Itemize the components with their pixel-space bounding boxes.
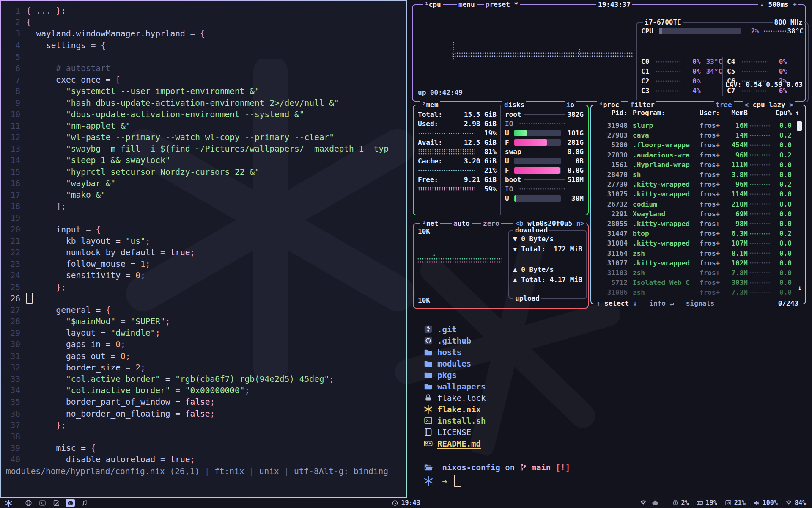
editor-line[interactable]: 15 "hyprctl setcursor Nordzy-cursors 22 … — [1, 166, 406, 178]
proc-table-header[interactable]: Pid: Program: User: MemB Cpu% ↑ — [595, 109, 802, 117]
editor-line[interactable]: 25 }; — [1, 282, 406, 293]
wifi-icon[interactable] — [640, 500, 647, 506]
editor-line[interactable]: 10 "dbus-update-activation-environment -… — [1, 109, 406, 120]
proc-sort-selector[interactable]: < cpu lazy > — [743, 100, 795, 110]
editor-line[interactable]: 24 sensitivity = 0; — [1, 270, 406, 281]
btop-mem-box[interactable]: ²mem disks io Total:15.5 GiBUsed:2.98 Gi… — [413, 105, 589, 215]
process-row[interactable]: 1561.Hyprland-wrapfros+111M0.0 — [595, 160, 802, 170]
process-row[interactable]: 28470shfros+3.8M0.0 — [595, 170, 802, 179]
ram-module[interactable]: 19% — [697, 499, 717, 507]
process-row[interactable]: 31075.kitty-wrappedfros+114M0.0 — [595, 189, 802, 199]
editor-line[interactable]: 40 disable_autoreload = true; — [1, 454, 406, 465]
cpu-box-title[interactable]: ¹cpu — [423, 0, 443, 9]
editor-line[interactable]: 23 follow_mouse = 1; — [1, 258, 406, 270]
menu-button[interactable]: menu — [457, 0, 477, 9]
mem-box-title[interactable]: ²mem — [420, 100, 440, 110]
editor-line[interactable]: 13 "swaybg -m fill -i $(find ~/Pictures/… — [1, 143, 406, 155]
editor-line[interactable]: 31 gaps_out = 0; — [1, 351, 406, 362]
process-row[interactable]: 26732codiumfros+210M0.0 — [595, 199, 802, 209]
editor-line[interactable]: 18 ]; — [1, 201, 406, 212]
editor-line[interactable]: 38 — [1, 431, 406, 442]
proc-filter-button[interactable]: filter — [628, 100, 656, 110]
btop-net-box[interactable]: ³net auto zero <b wlp0s20f0u5 n> 10K 10K… — [413, 223, 589, 309]
btop-cpu-box[interactable]: ¹cpu menu preset * 19:43:37 - 500ms + i7… — [412, 4, 806, 102]
taskbar-app-notes[interactable] — [52, 499, 61, 507]
nixos-launcher-icon[interactable] — [5, 500, 12, 507]
net-zero-toggle[interactable]: zero — [481, 219, 501, 228]
process-row[interactable]: 31103zshfros+7.8M0.0 — [595, 268, 802, 278]
editor-line[interactable]: 29 layout = "dwindle"; — [1, 327, 406, 339]
process-row[interactable]: 31948slurpfros+16M0.0 — [595, 121, 802, 130]
editor-line[interactable]: 14 "sleep 1 && swaylock" — [1, 155, 406, 166]
editor-line[interactable]: 21 kb_layout = "us"; — [1, 235, 406, 247]
io-mode-toggle[interactable]: io — [565, 100, 576, 110]
editor-line[interactable]: 32 border_size = 2; — [1, 362, 406, 373]
editor-line[interactable]: 17 "mako &" — [1, 189, 406, 201]
proc-scrollbar-thumb[interactable] — [797, 121, 802, 131]
taskbar-app-discord[interactable] — [66, 499, 75, 507]
editor-line[interactable]: 20 input = { — [1, 224, 406, 235]
terminal-window[interactable]: .git.githubhostsmodulespkgswallpapersfla… — [407, 317, 812, 498]
volume-module[interactable]: 100% — [753, 499, 778, 507]
editor-line[interactable]: 2{ — [1, 17, 406, 28]
disk-module[interactable]: 21% — [725, 499, 746, 507]
editor-line[interactable]: 7 exec-once = [ — [1, 74, 406, 86]
process-row[interactable]: 27903cavafros+14M0.2 — [595, 130, 802, 140]
prompt-input-line[interactable]: → — [424, 474, 570, 488]
process-row[interactable]: 5712Isolated Web Cfros+303M0.0 — [595, 278, 802, 287]
process-row[interactable]: 27830.audacious-wrafros+96M0.2 — [595, 150, 802, 160]
proc-footer-keys[interactable]: ↑ select ↓ info ↵ signals — [595, 299, 716, 308]
editor-line[interactable]: 39 misc = { — [1, 442, 406, 454]
editor-line[interactable]: 37 }; — [1, 420, 406, 431]
scroll-down-icon[interactable]: ↓ — [798, 284, 802, 292]
net-box-title[interactable]: ³net — [420, 219, 440, 228]
editor-line[interactable]: 6 # autostart — [1, 63, 406, 74]
disks-box-title[interactable]: disks — [502, 100, 526, 110]
proc-box-title[interactable]: ⁴proc — [597, 100, 621, 110]
editor-line[interactable]: 26 — [1, 293, 406, 304]
editor-helix[interactable]: 1{ ... }:2{3 wayland.windowManager.hyprl… — [1, 1, 406, 497]
wifi-module[interactable]: 84% — [785, 499, 806, 507]
editor-line[interactable]: 30 gaps_in = 0; — [1, 339, 406, 350]
chip-module[interactable]: 2% — [672, 499, 689, 507]
taskbar-app-browser[interactable] — [24, 499, 33, 507]
editor-line[interactable]: 8 "systemctl --user import-environment &… — [1, 86, 406, 97]
editor-line[interactable]: 1{ ... }: — [1, 5, 406, 17]
editor-line[interactable]: 9 "hash dbus-update-activation-environme… — [1, 97, 406, 109]
btop-window[interactable]: ¹cpu menu preset * 19:43:37 - 500ms + i7… — [407, 0, 812, 317]
process-row[interactable]: 31164zshfros+8.1M0.0 — [595, 248, 802, 258]
editor-line[interactable]: 3 wayland.windowManager.hyprland = { — [1, 28, 406, 39]
process-row[interactable]: 5280.floorp-wrappefros+454M0.0 — [595, 140, 802, 150]
process-table[interactable]: 31948slurpfros+16M0.027903cavafros+14M0.… — [595, 121, 802, 297]
editor-line[interactable]: 5 — [1, 51, 406, 63]
editor-line[interactable]: 19 — [1, 212, 406, 224]
editor-line[interactable]: 33 "col.active_border" = "rgb(cba6f7) rg… — [1, 373, 406, 385]
cloud-icon[interactable] — [652, 500, 658, 506]
taskbar-app-music[interactable] — [80, 499, 89, 507]
editor-line[interactable]: 12 "wl-paste --primary --watch wl-copy -… — [1, 132, 406, 143]
process-row[interactable]: 31084.kitty-wrappedfros+107M0.0 — [595, 238, 802, 248]
editor-buffer[interactable]: 1{ ... }:2{3 wayland.windowManager.hyprl… — [1, 5, 406, 466]
editor-line[interactable]: 34 "col.inactive_border" = "0x00000000"; — [1, 385, 406, 396]
update-interval-control[interactable]: - 500ms + — [758, 0, 798, 9]
shell-prompt[interactable]: nixos-config on main [!] → — [424, 461, 570, 488]
process-row[interactable]: 31077.kitty-wrappedfros+102M0.0 — [595, 258, 802, 268]
preset-button[interactable]: preset * — [484, 0, 520, 9]
taskbar-app-terminal[interactable] — [38, 499, 47, 507]
process-row[interactable]: 2291Xwaylandfros+69M0.0 — [595, 209, 802, 219]
proc-tree-toggle[interactable]: tree — [714, 100, 734, 110]
editor-line[interactable]: 11 "nm-applet &" — [1, 120, 406, 132]
editor-line[interactable]: 27 general = { — [1, 304, 406, 316]
btop-proc-box[interactable]: ⁴proc filter tree < cpu lazy > Pid: Prog… — [590, 105, 806, 304]
editor-line[interactable]: 28 "$mainMod" = "SUPER"; — [1, 316, 406, 327]
editor-line[interactable]: 16 "waybar &" — [1, 178, 406, 189]
editor-window[interactable]: 1{ ... }:2{3 wayland.windowManager.hyprl… — [0, 0, 407, 498]
editor-line[interactable]: 4 settings = { — [1, 40, 406, 51]
process-row[interactable]: 31447btopfros+6.3M0.2 — [595, 229, 802, 238]
editor-line[interactable]: 35 border_part_of_window = false; — [1, 396, 406, 408]
process-row[interactable]: 31086zshfros+7.3M0.0 — [595, 287, 802, 297]
process-row[interactable]: 28055.kitty-wrappedfros+98M0.0 — [595, 219, 802, 229]
clock-module[interactable]: 19:43 — [392, 499, 420, 507]
editor-line[interactable]: 22 numlock_by_default = true; — [1, 247, 406, 258]
net-auto-toggle[interactable]: auto — [452, 219, 472, 228]
